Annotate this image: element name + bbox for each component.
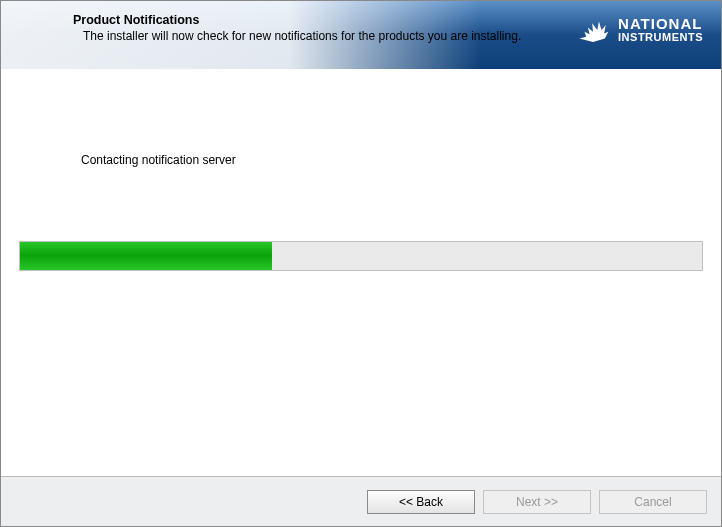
brand-line2: INSTRUMENTS (618, 32, 703, 44)
brand-line1: NATIONAL (618, 16, 703, 32)
button-bar: << Back Next >> Cancel (1, 476, 721, 526)
ni-eagle-icon (576, 13, 610, 47)
back-button[interactable]: << Back (367, 490, 475, 514)
installer-header: Product Notifications The installer will… (1, 1, 721, 69)
progress-bar (19, 241, 703, 271)
next-button: Next >> (483, 490, 591, 514)
progress-fill (20, 242, 272, 270)
status-text: Contacting notification server (81, 153, 236, 167)
cancel-button: Cancel (599, 490, 707, 514)
page-title: Product Notifications (73, 13, 521, 27)
brand-logo: NATIONAL INSTRUMENTS (576, 13, 703, 47)
content-area: Contacting notification server (1, 69, 721, 476)
page-subtitle: The installer will now check for new not… (73, 29, 521, 45)
